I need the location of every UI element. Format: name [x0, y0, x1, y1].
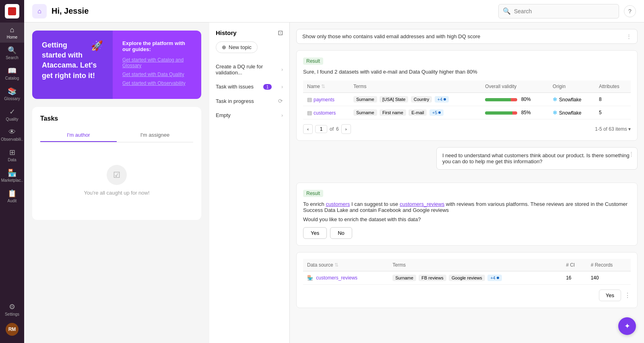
getting-started-right: Explore the platform with our guides: Ge…	[113, 31, 201, 99]
col-validity: Overall validity	[481, 80, 549, 93]
tab-assignee[interactable]: I'm assignee	[117, 129, 193, 142]
bottom-yes-button[interactable]: Yes	[599, 290, 621, 301]
history-item-task-issues[interactable]: Task with issues 1 ›	[209, 80, 289, 94]
col-terms: Terms	[349, 80, 481, 93]
enrich-question: Would you like to enrich the dataset wit…	[303, 216, 631, 222]
col-terms: Terms	[388, 259, 562, 271]
term-more: +5	[429, 109, 444, 116]
term-more: +4	[435, 96, 449, 103]
term-more: +4	[487, 275, 502, 281]
tab-author[interactable]: I'm author	[40, 129, 117, 142]
prev-page-button[interactable]: ‹	[303, 124, 313, 134]
help-button[interactable]: ?	[624, 5, 636, 17]
table-row: 🏪 customers_reviews Surname FB reviews G…	[303, 271, 631, 285]
app-logo	[5, 4, 19, 18]
sidebar-item-audit[interactable]: 📋 Audit	[0, 186, 24, 206]
sparkle-icon: ✦	[624, 322, 630, 331]
search-input[interactable]	[514, 8, 615, 14]
total-pages: 6	[336, 126, 339, 132]
more-options-icon[interactable]: ⋮	[629, 151, 634, 157]
sidebar-item-catalog[interactable]: 📖 Catalog	[0, 63, 24, 84]
col-records: # Records	[587, 259, 631, 271]
query-text: Show only those who contains valid email…	[302, 33, 480, 39]
pagination: ‹ of 6 › 1-5 of 63 items ▾	[303, 124, 631, 134]
tasks-empty-state: ☑ You're all caught up for now!	[40, 149, 193, 212]
guide-link-catalog[interactable]: Get started with Catalog and Glossary	[122, 57, 192, 68]
history-item-empty[interactable]: Empty ›	[209, 108, 289, 122]
sidebar-item-label: Glossary	[4, 97, 20, 101]
dataset-name[interactable]: payments	[314, 97, 334, 103]
term-tag: [USA] State	[380, 96, 408, 103]
chevron-down-icon[interactable]: ▾	[628, 126, 631, 132]
more-options-icon[interactable]: ⋮	[626, 33, 632, 39]
sidebar-item-label: Audit	[8, 199, 17, 203]
new-topic-button[interactable]: ⊕ New topic	[216, 41, 258, 53]
ai-assistant-button[interactable]: ✦	[618, 317, 636, 335]
yes-button[interactable]: Yes	[303, 227, 327, 239]
user-avatar[interactable]: RM	[0, 320, 24, 339]
more-options-icon[interactable]: ⋮	[624, 292, 631, 299]
table-row: ▤payments Surname [USA] State Country +4…	[303, 93, 631, 106]
page-title: Hi, Jessie	[52, 6, 493, 16]
observability-icon: 👁	[8, 128, 16, 136]
sidebar-item-glossary[interactable]: 📚 Glossary	[0, 84, 24, 104]
sidebar-item-settings[interactable]: ⚙ Settings	[0, 299, 24, 320]
quality-icon: ✓	[9, 107, 15, 116]
collapse-icon[interactable]: ⊡	[278, 29, 283, 37]
plus-circle-icon: ⊕	[222, 44, 226, 50]
yes-no-buttons: Yes No	[303, 227, 631, 239]
guide-link-observability[interactable]: Get started with Observability	[122, 80, 192, 86]
dataset-name[interactable]: customers	[314, 110, 336, 116]
sidebar-item-home[interactable]: ⌂ Home	[0, 23, 24, 43]
customers-link[interactable]: customers	[326, 201, 350, 207]
pagination-nav: ‹ of 6 ›	[303, 124, 351, 134]
search-icon: 🔍	[8, 46, 17, 55]
guide-link-quality[interactable]: Get started with Data Quality	[122, 72, 192, 77]
data-source-table-block: Data source ⇅ Terms # CI # Records 🏪 cus…	[296, 252, 638, 308]
term-tag: Surname	[353, 109, 377, 116]
datasource-name[interactable]: customers_reviews	[316, 275, 357, 281]
content-area: 🚀 Getting started with Ataccama. Let's g…	[24, 23, 644, 343]
search-bar[interactable]: 🔍	[498, 4, 619, 18]
spinner-icon: ⟳	[278, 98, 283, 104]
result-block-1: Result Sure, I found 2 datasets with val…	[296, 50, 638, 141]
records-count: 140	[587, 271, 631, 285]
getting-started-card: 🚀 Getting started with Ataccama. Let's g…	[32, 31, 201, 99]
main-area: ⌂ Hi, Jessie 🔍 ? 🚀 Getting started with …	[24, 0, 644, 343]
history-item-dq[interactable]: Create a DQ rule for validation... ›	[209, 60, 289, 80]
no-button[interactable]: No	[330, 227, 352, 239]
tasks-title: Tasks	[40, 115, 193, 122]
page-input[interactable]	[315, 125, 327, 133]
col-datasource: Data source ⇅	[303, 259, 388, 271]
sidebar-item-marketplace[interactable]: 🏪 Marketplac..	[0, 165, 24, 186]
audit-icon: 📋	[8, 189, 17, 198]
col-name: Name ⇅	[303, 80, 349, 93]
sidebar-item-label: Data	[8, 158, 16, 162]
ci-count: 16	[562, 271, 586, 285]
sidebar-item-label: Observabili..	[1, 137, 23, 142]
reviews-link[interactable]: customers_reviews	[400, 201, 444, 207]
sidebar-item-quality[interactable]: ✓ Quality	[0, 104, 24, 125]
snowflake-icon: ❄	[553, 109, 557, 116]
sidebar-item-label: Home	[7, 35, 18, 39]
validity-text: 80%	[521, 97, 531, 102]
snowflake-icon: ❄	[553, 96, 557, 103]
sidebar-item-label: Settings	[5, 312, 19, 316]
term-tag: E-mail	[409, 109, 427, 116]
sidebar-item-label: Quality	[6, 117, 18, 121]
history-item-task-progress[interactable]: Task in progress ⟳	[209, 94, 289, 108]
sidebar-item-observability[interactable]: 👁 Observabili..	[0, 125, 24, 145]
attributes-count: 8	[595, 93, 631, 106]
next-page-button[interactable]: ›	[341, 124, 351, 134]
home-icon: ⌂	[10, 26, 14, 34]
history-title: History	[216, 29, 237, 36]
result-badge-1: Result	[303, 58, 323, 65]
term-tag: Google reviews	[449, 275, 485, 281]
right-panel: Show only those who contains valid email…	[290, 23, 644, 343]
sidebar-item-data[interactable]: ⊞ Data	[0, 145, 24, 165]
sidebar-item-search[interactable]: 🔍 Search	[0, 43, 24, 63]
table-row: ▤customers Surname First name E-mail +5 …	[303, 106, 631, 119]
sidebar-item-label: Catalog	[5, 76, 19, 80]
search-bar-icon: 🔍	[503, 7, 511, 15]
home-button[interactable]: ⌂	[32, 4, 47, 18]
